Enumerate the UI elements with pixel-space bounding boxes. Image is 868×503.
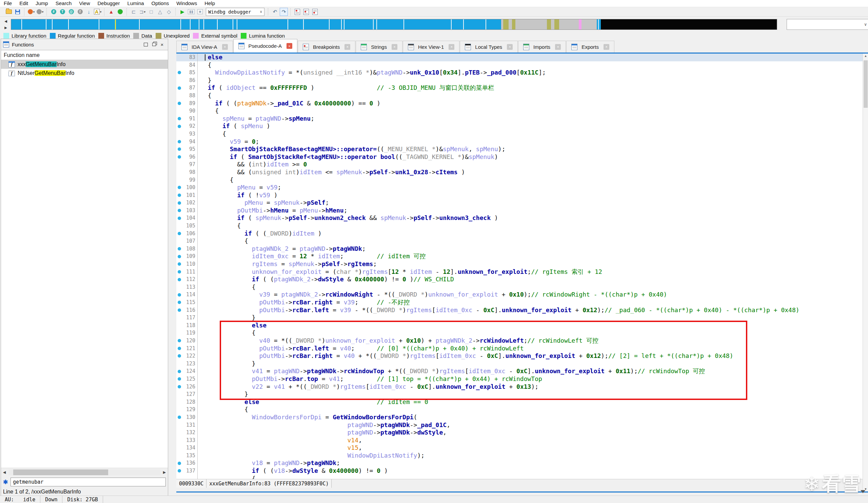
breakpoint-gutter[interactable]	[176, 291, 183, 298]
screenshot-button[interactable]: ▲	[107, 8, 115, 16]
tab-pseudocode-a[interactable]: Pseudocode-A×	[233, 39, 297, 53]
function-name-column-header[interactable]: Function name	[1, 50, 168, 60]
navigation-band[interactable]	[11, 19, 777, 30]
breakpoint-gutter[interactable]	[176, 130, 183, 138]
breakpoint-gutter[interactable]	[176, 138, 183, 146]
code-line[interactable]: 103 pOutMbi->hMenu = pMenu->hMenu;	[176, 207, 862, 214]
code-line[interactable]: 131 ptagWND->ptagWNDk->_pad_01C,	[176, 421, 862, 429]
code-line[interactable]: 110 rgItems = spMenuk->pSelf->rgItems;	[176, 260, 862, 268]
debugger-run-button[interactable]: ▶	[178, 8, 186, 16]
remove-breakpoint-button[interactable]	[311, 8, 319, 16]
breakpoint-gutter[interactable]	[176, 161, 183, 168]
breakpoint-gutter[interactable]	[176, 122, 183, 130]
breakpoint-gutter[interactable]	[176, 413, 183, 421]
window-layout-button[interactable]: □	[147, 8, 155, 16]
code-line[interactable]: 129 {	[176, 406, 862, 413]
code-line[interactable]: 94 v59 = 0;	[176, 138, 862, 146]
menu-item-jump[interactable]: Jump	[32, 0, 52, 7]
breakpoint-gutter[interactable]	[176, 475, 183, 479]
jump-name-button[interactable]: T	[58, 8, 66, 16]
tab-strings[interactable]: Strings×	[356, 41, 402, 53]
debugger-selector[interactable]: Windbg debugger ∨	[206, 8, 265, 16]
tab-hex-view-1[interactable]: Hex View-1×	[403, 41, 459, 53]
code-line[interactable]: 113 {	[176, 283, 862, 291]
breakpoint-gutter[interactable]	[176, 84, 183, 92]
breakpoint-gutter[interactable]	[176, 76, 183, 84]
panel-close-button[interactable]: ×	[158, 41, 166, 48]
code-line[interactable]: 137 if ( (v18->dwStyle & 0x400000) != 0 …	[176, 467, 862, 475]
code-line[interactable]: 86 }	[176, 76, 862, 84]
breakpoint-gutter[interactable]	[176, 275, 183, 283]
tab-imports[interactable]: Imports×	[518, 41, 566, 53]
code-line[interactable]: 85 WindowDpiLastNotify = *(unsigned __in…	[176, 69, 862, 76]
breakpoint-gutter[interactable]	[176, 383, 183, 391]
breakpoint-gutter[interactable]	[176, 283, 183, 291]
breakpoint-gutter[interactable]	[176, 107, 183, 115]
tab-close-icon[interactable]: ×	[287, 43, 292, 49]
code-line[interactable]: 90 {	[176, 107, 862, 115]
polygon-button[interactable]: △	[156, 8, 164, 16]
code-line[interactable]: 114 v39 = ptagWNDk_2->rcWindowRight - *(…	[176, 291, 862, 298]
open-file-button[interactable]	[5, 8, 13, 16]
navband-scroll-left-button[interactable]: ◀	[4, 19, 7, 23]
code-line[interactable]: 106 if ( (_DWORD)idItem )	[176, 230, 862, 238]
code-line[interactable]: 135 WindowDpiLastNotify);	[176, 452, 862, 460]
add-breakpoint-button[interactable]	[302, 8, 310, 16]
lumina-button[interactable]	[116, 8, 124, 16]
functions-filter-input[interactable]	[11, 478, 166, 486]
jump-address-button[interactable]: #	[50, 8, 58, 16]
tab-close-icon[interactable]: ×	[344, 44, 350, 50]
code-vscrollbar[interactable]: ▲ ▼	[862, 54, 868, 492]
hscroll-track[interactable]	[9, 470, 161, 475]
tab-close-icon[interactable]: ×	[555, 44, 561, 50]
jump-function-button[interactable]: f	[76, 8, 84, 16]
code-line[interactable]: 105 {	[176, 222, 862, 230]
breakpoint-gutter[interactable]	[176, 375, 183, 383]
breakpoint-list-button[interactable]	[293, 8, 301, 16]
breakpoint-gutter[interactable]	[176, 54, 183, 61]
tab-exports[interactable]: Exports×	[566, 41, 614, 53]
menu-item-help[interactable]: Help	[201, 0, 219, 7]
breakpoint-gutter[interactable]	[176, 176, 183, 184]
menu-item-edit[interactable]: Edit	[16, 0, 32, 7]
menu-item-options[interactable]: Options	[148, 0, 173, 7]
breakpoint-gutter[interactable]	[176, 199, 183, 207]
code-line[interactable]: 109 idItem_0xc = 12 * idItem; // idItem …	[176, 252, 862, 260]
pseudocode-view[interactable]: 83 else84 {85 WindowDpiLastNotify = *(un…	[176, 54, 862, 479]
menu-item-lumina[interactable]: Lumina	[123, 0, 147, 7]
breakpoint-gutter[interactable]	[176, 421, 183, 429]
hscroll-right-arrow[interactable]: ▶	[161, 470, 168, 474]
breakpoint-gutter[interactable]	[176, 69, 183, 76]
breakpoint-gutter[interactable]	[176, 230, 183, 238]
navigate-back-button[interactable]: ▾	[27, 8, 35, 16]
functions-panel-titlebar[interactable]: Functions ×	[1, 39, 168, 50]
code-line[interactable]: 116 pOutMbi->rcBar.left = v39 - *((_DWOR…	[176, 306, 862, 314]
tab-close-icon[interactable]: ×	[392, 44, 397, 50]
hscroll-thumb[interactable]	[13, 470, 108, 475]
code-line[interactable]: 91 spMenu = ptagWND->spMenu;	[176, 115, 862, 123]
breakpoint-gutter[interactable]	[176, 99, 183, 107]
breakpoint-gutter[interactable]	[176, 329, 183, 337]
breakpoint-gutter[interactable]	[176, 406, 183, 413]
breakpoint-gutter[interactable]	[176, 367, 183, 375]
code-line[interactable]: 93 {	[176, 130, 862, 138]
breakpoint-gutter[interactable]	[176, 437, 183, 444]
save-button[interactable]	[13, 8, 22, 16]
breakpoint-gutter[interactable]	[176, 184, 183, 191]
menu-item-view[interactable]: View	[75, 0, 94, 7]
code-line[interactable]: 88 {	[176, 92, 862, 99]
menu-item-file[interactable]: File	[0, 0, 16, 7]
breakpoint-gutter[interactable]	[176, 115, 183, 123]
breakpoint-gutter[interactable]	[176, 429, 183, 437]
diamond-button[interactable]: ◇	[165, 8, 173, 16]
breakpoint-gutter[interactable]	[176, 298, 183, 306]
code-line[interactable]: 99 {	[176, 176, 862, 184]
panel-restore-button[interactable]	[150, 41, 158, 48]
tab-close-icon[interactable]: ×	[222, 44, 228, 50]
tab-breakpoints[interactable]: Breakpoints×	[298, 41, 355, 53]
panel-maximize-button[interactable]	[142, 41, 149, 48]
vscroll-up-arrow[interactable]: ▲	[863, 54, 868, 57]
code-line[interactable]: 83 else	[176, 54, 862, 61]
hscroll-left-arrow[interactable]: ◀	[1, 470, 8, 474]
tab-close-icon[interactable]: ×	[507, 44, 513, 50]
